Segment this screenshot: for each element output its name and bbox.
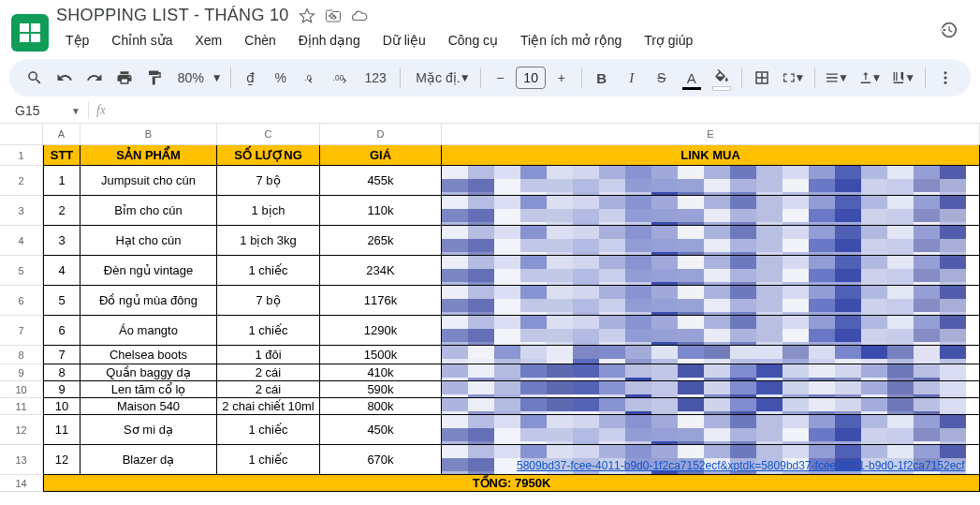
menu-định-dạng[interactable]: Định dạng <box>289 29 370 52</box>
cell[interactable]: 2 cái <box>217 364 320 381</box>
strikethrough-button[interactable]: S <box>648 64 676 92</box>
cell[interactable]: 800k <box>320 398 442 415</box>
star-icon[interactable] <box>299 7 315 24</box>
cell[interactable] <box>442 316 980 346</box>
cloud-status-icon[interactable] <box>351 7 368 24</box>
cell[interactable]: STT <box>43 145 80 166</box>
cell[interactable] <box>442 196 980 226</box>
cell[interactable]: 410k <box>320 364 442 381</box>
text-wrap-button[interactable]: ▼ <box>887 64 919 92</box>
currency-button[interactable]: ₫ <box>236 64 264 92</box>
cell[interactable]: 1 bịch 3kg <box>217 226 320 256</box>
cell[interactable]: 11 <box>43 415 80 445</box>
font-size-increase[interactable]: + <box>548 64 576 92</box>
menu-xem[interactable]: Xem <box>186 29 232 52</box>
cell[interactable]: 1 <box>43 166 80 196</box>
sheets-logo[interactable] <box>11 14 49 52</box>
cell[interactable] <box>442 398 980 415</box>
menu-tệp[interactable]: Tệp <box>56 29 98 52</box>
merge-cells-button[interactable]: ▼ <box>778 64 810 92</box>
cell[interactable]: 4 <box>43 256 80 286</box>
cell[interactable]: SẢN PHẨM <box>80 145 217 166</box>
cell[interactable]: 590k <box>320 381 442 398</box>
cell[interactable]: LINK MUA <box>442 145 980 166</box>
cell[interactable]: Đèn ngủ vintage <box>80 256 217 286</box>
zoom-select[interactable]: 80%▼ <box>170 64 225 92</box>
fill-color-button[interactable] <box>708 64 736 92</box>
undo-icon[interactable] <box>51 64 79 92</box>
cell[interactable]: 450k <box>320 415 442 445</box>
cell[interactable]: Maison 540 <box>80 398 217 415</box>
search-menus-icon[interactable] <box>21 64 49 92</box>
column-header[interactable]: D <box>320 124 442 144</box>
column-header[interactable]: A <box>43 124 80 144</box>
cell[interactable]: 12 <box>43 445 80 475</box>
cell[interactable]: 7 bộ <box>217 166 320 196</box>
increase-decimal-icon[interactable]: .00 <box>327 64 355 92</box>
cell[interactable]: 7 bộ <box>217 286 320 316</box>
cell[interactable] <box>442 415 980 445</box>
history-button[interactable] <box>929 11 967 49</box>
row-header[interactable]: 4 <box>0 226 43 256</box>
row-header[interactable]: 7 <box>0 316 43 346</box>
cell[interactable] <box>442 346 980 364</box>
cell[interactable]: 1290k <box>320 316 442 346</box>
cell[interactable]: 5809bd37-fcee-4011-b9d0-1f2ca7152ecf&xpt… <box>442 445 980 475</box>
font-size-decrease[interactable]: − <box>486 64 514 92</box>
cell[interactable]: Chelsea boots <box>80 346 217 364</box>
text-color-button[interactable]: A <box>678 64 706 92</box>
cell[interactable] <box>442 226 980 256</box>
document-title[interactable]: SHOPPING LIST - THÁNG 10 <box>56 6 289 25</box>
cell[interactable]: Đồ ngủ mùa đông <box>80 286 217 316</box>
cell[interactable] <box>442 364 980 381</box>
cell[interactable] <box>442 166 980 196</box>
more-formats-button[interactable]: 123 <box>357 64 394 92</box>
paint-format-icon[interactable] <box>140 64 168 92</box>
row-header[interactable]: 13 <box>0 445 43 475</box>
cell[interactable] <box>442 286 980 316</box>
cell[interactable]: Jumpsuit cho cún <box>80 166 217 196</box>
italic-button[interactable]: I <box>618 64 646 92</box>
row-header[interactable]: 2 <box>0 166 43 196</box>
row-header[interactable]: 1 <box>0 145 43 166</box>
cell[interactable]: 1 bịch <box>217 196 320 226</box>
cell[interactable]: 2 <box>43 196 80 226</box>
name-box-dropdown-icon[interactable]: ▼ <box>71 106 80 116</box>
column-header[interactable]: E <box>442 124 980 144</box>
menu-chỉnh-sửa[interactable]: Chỉnh sửa <box>102 29 182 52</box>
cell[interactable]: 1 chiếc <box>217 256 320 286</box>
redo-icon[interactable] <box>80 64 109 92</box>
row-header[interactable]: 9 <box>0 364 43 381</box>
row-header[interactable]: 14 <box>0 475 43 492</box>
cell[interactable]: Bỉm cho cún <box>80 196 217 226</box>
row-header[interactable]: 6 <box>0 286 43 316</box>
cell[interactable]: 1176k <box>320 286 442 316</box>
row-header[interactable]: 3 <box>0 196 43 226</box>
cell[interactable]: Sơ mi dạ <box>80 415 217 445</box>
menu-chèn[interactable]: Chèn <box>235 29 285 52</box>
percent-button[interactable]: % <box>266 64 294 92</box>
cell[interactable] <box>442 381 980 398</box>
menu-tiện-ích-mở-rộng[interactable]: Tiện ích mở rộng <box>511 29 631 52</box>
cell[interactable]: Len tăm cổ lọ <box>80 381 217 398</box>
cell[interactable]: Hạt cho cún <box>80 226 217 256</box>
cell[interactable]: 8 <box>43 364 80 381</box>
cell[interactable]: 6 <box>43 316 80 346</box>
cell[interactable]: Áo mangto <box>80 316 217 346</box>
cell[interactable]: 5 <box>43 286 80 316</box>
row-header[interactable]: 5 <box>0 256 43 286</box>
cell[interactable]: 265k <box>320 226 442 256</box>
cell[interactable]: 110k <box>320 196 442 226</box>
row-header[interactable]: 10 <box>0 381 43 398</box>
cell[interactable]: 234K <box>320 256 442 286</box>
cell[interactable]: 1500k <box>320 346 442 364</box>
cell[interactable]: Quần baggy dạ <box>80 364 217 381</box>
cell[interactable]: 3 <box>43 226 80 256</box>
column-header[interactable]: C <box>217 124 320 144</box>
menu-công-cụ[interactable]: Công cụ <box>439 29 507 52</box>
cell[interactable]: 1 chiếc <box>217 445 320 475</box>
toolbar-more-icon[interactable] <box>931 64 959 92</box>
bold-button[interactable]: B <box>588 64 616 92</box>
cell[interactable]: 670k <box>320 445 442 475</box>
cell[interactable]: GIÁ <box>320 145 442 166</box>
